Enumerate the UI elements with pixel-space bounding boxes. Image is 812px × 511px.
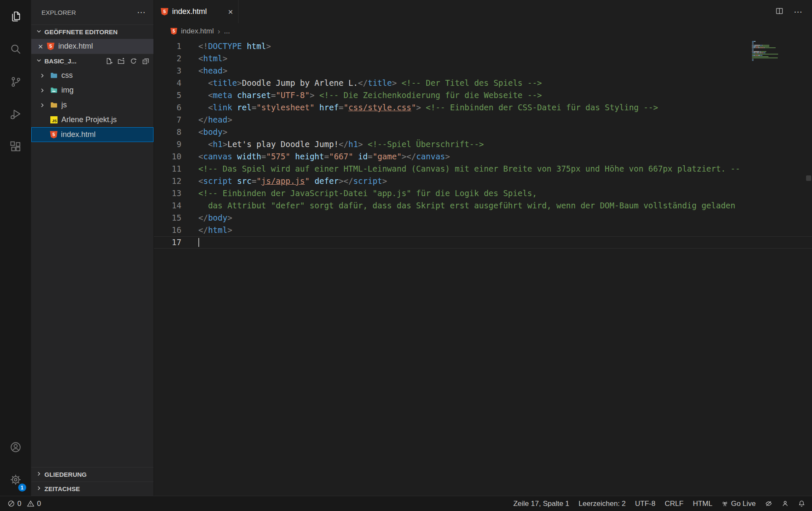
code-line[interactable]: 8<body> <box>154 126 812 138</box>
code-line[interactable]: 6 <link rel="stylesheet" href="css/style… <box>154 101 812 114</box>
explorer-title: EXPLORER <box>41 9 76 16</box>
code-line[interactable]: 2<html> <box>154 52 812 65</box>
code-line[interactable]: 17 <box>154 236 812 249</box>
sidebar-bottom-sections: GLIEDERUNG ZEITACHSE <box>31 467 154 496</box>
editor-group: 5 index.html × ⋯ 5 index.html › ... 1< <box>154 0 812 496</box>
code-line-text[interactable]: <!-- Einbinden der JavaScript-Datei "app… <box>181 187 812 199</box>
timeline-section-header[interactable]: ZEITACHSE <box>31 481 154 496</box>
extensions-activity-button[interactable] <box>0 130 31 163</box>
feedback-status-button[interactable] <box>777 496 793 511</box>
code-line[interactable]: 13<!-- Einbinden der JavaScript-Datei "a… <box>154 187 812 199</box>
code-line-text[interactable]: </body> <box>181 212 812 224</box>
tree-item-css-folder[interactable]: css <box>31 68 154 83</box>
editor-more-actions-button[interactable]: ⋯ <box>794 7 803 17</box>
code-line[interactable]: 10<canvas width="575" height="667" id="g… <box>154 150 812 163</box>
new-folder-icon[interactable] <box>118 57 125 65</box>
eol-indicator[interactable]: CRLF <box>660 496 688 511</box>
minimap-line <box>752 55 787 56</box>
code-line-text[interactable]: </head> <box>181 114 812 126</box>
line-number: 3 <box>154 65 181 77</box>
workspace-name-label: BASIC_J... <box>44 57 77 65</box>
code-line-text[interactable]: das Attribut "defer" sorgt dafür, dass d… <box>181 199 812 212</box>
tree-item-label: js <box>61 101 67 109</box>
code-line-text[interactable]: <title>Doodle Jump by Arlene L.</title> … <box>181 77 812 89</box>
debug-play-icon <box>9 108 22 120</box>
breadcrumb-file[interactable]: index.html <box>181 27 214 36</box>
code-line[interactable]: 12<script src="js/app.js" defer></script… <box>154 175 812 187</box>
breadcrumb-symbol[interactable]: ... <box>224 27 230 36</box>
language-mode-indicator[interactable]: HTML <box>688 496 717 511</box>
code-line-text[interactable] <box>181 236 812 249</box>
editor-content[interactable]: 1<!DOCTYPE html>2<html>3<head>4 <title>D… <box>154 39 812 496</box>
go-live-button[interactable]: Go Live <box>717 496 760 511</box>
code-line[interactable]: 5 <meta charset="UTF-8"> <!-- Die Zeiche… <box>154 89 812 101</box>
person-icon <box>782 500 789 507</box>
code-line[interactable]: 3<head> <box>154 65 812 77</box>
cursor-position-indicator[interactable]: Zeile 17, Spalte 1 <box>509 496 574 511</box>
chevron-right-icon[interactable] <box>38 102 47 109</box>
tree-item-label: index.html <box>61 130 96 139</box>
new-file-icon[interactable] <box>105 57 112 65</box>
code-line[interactable]: 11<!-- Das Spiel wird auf einer HTML-Lei… <box>154 163 812 175</box>
status-bar: 0 0 Zeile 17, Spalte 1 Leerzeichen: 2 UT… <box>0 496 812 511</box>
account-button[interactable] <box>0 431 31 463</box>
code-line[interactable]: 7</head> <box>154 114 812 126</box>
code-line-text[interactable]: <h1>Let's play Doodle Jump!</h1> <!--Spi… <box>181 138 812 150</box>
minimap-line <box>752 41 787 42</box>
tree-item-arlene-projekt-js[interactable]: JS Arlene Projekt.js <box>31 112 154 127</box>
close-editor-icon[interactable]: × <box>38 42 43 51</box>
code-line[interactable]: 14 das Attribut "defer" sorgt dafür, das… <box>154 199 812 212</box>
indentation-indicator[interactable]: Leerzeichen: 2 <box>574 496 631 511</box>
code-line-text[interactable]: <html> <box>181 52 812 65</box>
search-icon <box>9 43 22 55</box>
code-line-text[interactable]: <script src="js/app.js" defer></script> <box>181 175 812 187</box>
eye-slash-status-button[interactable] <box>760 496 777 511</box>
split-editor-icon[interactable] <box>775 7 784 17</box>
problems-indicator[interactable]: 0 0 <box>6 496 46 511</box>
outline-label: GLIEDERUNG <box>44 471 87 478</box>
minimap-line <box>752 51 787 52</box>
run-debug-activity-button[interactable] <box>0 98 31 130</box>
open-editor-item-index-html[interactable]: × 5 index.html <box>31 39 154 54</box>
tree-item-js-folder[interactable]: js <box>31 98 154 112</box>
search-activity-button[interactable] <box>0 33 31 65</box>
tree-item-index-html[interactable]: 5 index.html <box>31 127 154 142</box>
explorer-more-button[interactable]: ⋯ <box>137 7 146 17</box>
tab-index-html[interactable]: 5 index.html × <box>154 0 239 23</box>
warning-count: 0 <box>37 500 41 508</box>
code-area[interactable]: 1<!DOCTYPE html>2<html>3<head>4 <title>D… <box>154 40 812 249</box>
line-number: 11 <box>154 163 181 175</box>
scrollbar-thumb[interactable] <box>806 175 811 181</box>
code-line-text[interactable]: <meta charset="UTF-8"> <!-- Die Zeichenk… <box>181 89 812 101</box>
code-line-text[interactable]: <link rel="stylesheet" href="css/style.c… <box>181 101 812 114</box>
outline-section-header[interactable]: GLIEDERUNG <box>31 467 154 481</box>
source-control-activity-button[interactable] <box>0 65 31 98</box>
code-line-text[interactable]: <head> <box>181 65 812 77</box>
encoding-indicator[interactable]: UTF-8 <box>631 496 660 511</box>
code-line[interactable]: 1<!DOCTYPE html> <box>154 40 812 52</box>
code-line-text[interactable]: <canvas width="575" height="667" id="gam… <box>181 150 812 163</box>
open-editors-section-header[interactable]: GEÖFFNETE EDITOREN <box>31 25 154 39</box>
code-line-text[interactable]: </html> <box>181 224 812 236</box>
code-line[interactable]: 15</body> <box>154 212 812 224</box>
chevron-right-icon[interactable] <box>38 72 47 79</box>
workspace-section-header[interactable]: BASIC_J... <box>31 54 154 68</box>
minimap[interactable] <box>752 40 787 62</box>
code-line-text[interactable]: <!-- Das Spiel wird auf einer HTML-Leinw… <box>181 163 812 175</box>
tree-item-img-folder[interactable]: img <box>31 83 154 98</box>
close-tab-icon[interactable]: × <box>228 8 233 16</box>
go-live-label: Go Live <box>731 500 756 508</box>
settings-button[interactable]: 1 <box>0 463 31 496</box>
refresh-icon[interactable] <box>130 57 137 65</box>
code-line[interactable]: 16</html> <box>154 224 812 236</box>
code-line-text[interactable]: <body> <box>181 126 812 138</box>
chevron-right-icon[interactable] <box>38 87 47 94</box>
minimap-line <box>752 60 787 61</box>
code-line[interactable]: 4 <title>Doodle Jump by Arlene L.</title… <box>154 77 812 89</box>
javascript-file-icon: JS <box>50 116 58 124</box>
code-line[interactable]: 9 <h1>Let's play Doodle Jump!</h1> <!--S… <box>154 138 812 150</box>
collapse-all-icon[interactable] <box>142 57 149 65</box>
explorer-activity-button[interactable] <box>0 0 31 33</box>
code-line-text[interactable]: <!DOCTYPE html> <box>181 40 812 52</box>
notifications-button[interactable] <box>793 496 806 511</box>
